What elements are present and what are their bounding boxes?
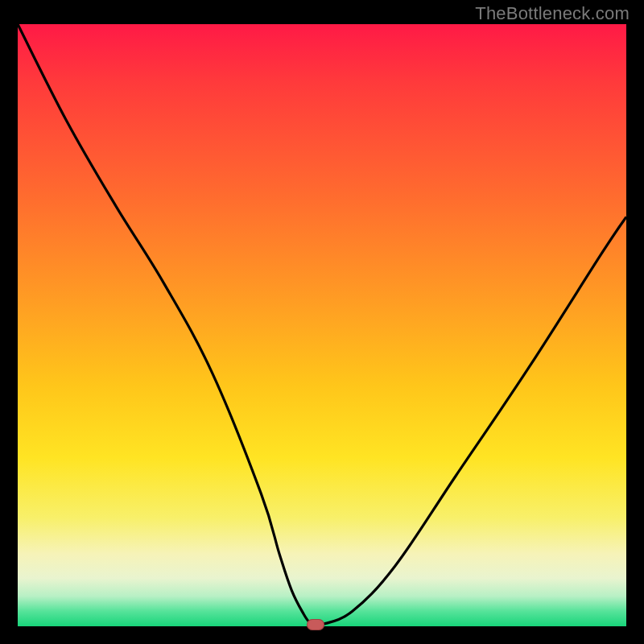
bottleneck-curve	[18, 24, 626, 626]
chart-frame: TheBottleneck.com	[0, 0, 644, 644]
plot-area	[18, 24, 626, 626]
curve-path	[18, 24, 626, 625]
watermark-text: TheBottleneck.com	[475, 3, 630, 24]
optimum-marker	[307, 619, 324, 630]
